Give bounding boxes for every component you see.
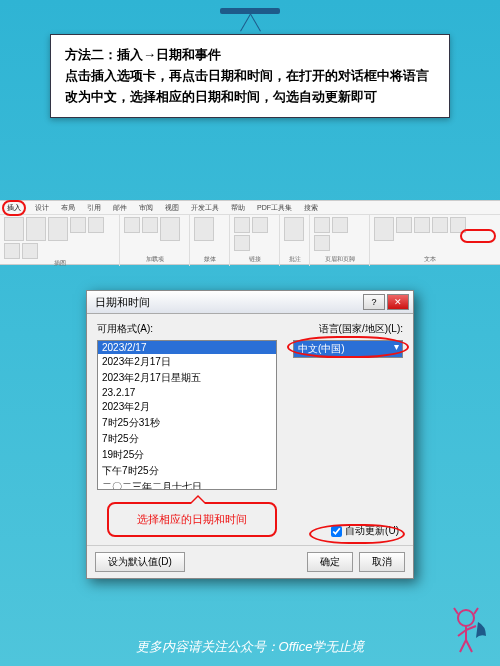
dialog-footer: 设为默认值(D) 确定 取消 [87, 545, 413, 578]
crossref-icon[interactable] [234, 235, 250, 251]
ribbon-group-headerfooter: 页眉和页脚 [310, 215, 370, 266]
list-item[interactable]: 2023年2月17日 [98, 354, 276, 370]
ribbon-group-addins: 加载项 [120, 215, 190, 266]
group-label: 页眉和页脚 [314, 255, 365, 264]
model3d-icon[interactable] [70, 217, 86, 233]
pagenum-icon[interactable] [314, 235, 330, 251]
girl-doodle-icon [444, 600, 494, 660]
language-dropdown[interactable]: 中文(中国) [293, 340, 403, 358]
dialog-help-button[interactable]: ? [363, 294, 385, 310]
wordart-icon[interactable] [414, 217, 430, 233]
datetime-dialog: 日期和时间 ? ✕ 可用格式(A): 语言(国家/地区)(L): 2023/2/… [86, 290, 414, 579]
group-label: 链接 [234, 255, 275, 264]
online-video-icon[interactable] [194, 217, 214, 241]
format-label: 可用格式(A): [97, 322, 153, 336]
tab-developer[interactable]: 开发工具 [188, 202, 222, 214]
ribbon-tabs: 插入 设计 布局 引用 邮件 审阅 视图 开发工具 帮助 PDF工具集 搜索 [0, 201, 500, 215]
page-footer-text: 更多内容请关注公众号：Office学无止境 [0, 638, 500, 656]
pictures-icon[interactable] [4, 217, 24, 241]
set-default-button[interactable]: 设为默认值(D) [95, 552, 185, 572]
word-ribbon: 插入 设计 布局 引用 邮件 审阅 视图 开发工具 帮助 PDF工具集 搜索 插… [0, 200, 500, 265]
tab-layout[interactable]: 布局 [58, 202, 78, 214]
list-item[interactable]: 7时25分31秒 [98, 415, 276, 431]
ribbon-group-media: 媒体 [190, 215, 230, 266]
wikipedia-icon[interactable] [160, 217, 180, 241]
header-icon[interactable] [314, 217, 330, 233]
cancel-button[interactable]: 取消 [359, 552, 405, 572]
tab-review[interactable]: 审阅 [136, 202, 156, 214]
bookmark-icon[interactable] [252, 217, 268, 233]
svg-point-0 [458, 610, 474, 626]
textbox-icon[interactable] [374, 217, 394, 241]
tab-mailings[interactable]: 邮件 [110, 202, 130, 214]
group-label: 文本 [374, 255, 486, 264]
language-label: 语言(国家/地区)(L): [319, 322, 403, 336]
hanging-note-assembly: 方法二：插入→日期和事件 点击插入选项卡，再点击日期和时间，在打开的对话框中将语… [50, 8, 450, 118]
note-line2: 点击插入选项卡，再点击日期和时间，在打开的对话框中将语言改为中文，选择相应的日期… [65, 66, 435, 108]
format-listbox[interactable]: 2023/2/17 2023年2月17日 2023年2月17日星期五 23.2.… [97, 340, 277, 490]
language-dropdown-wrap: 中文(中国) [293, 340, 403, 358]
smartart-icon[interactable] [88, 217, 104, 233]
callout-text: 选择相应的日期和时间 [137, 513, 247, 525]
group-label: 媒体 [194, 255, 225, 264]
tab-view[interactable]: 视图 [162, 202, 182, 214]
my-addins-icon[interactable] [142, 217, 158, 233]
link-icon[interactable] [234, 217, 250, 233]
datetime-highlight-circle [460, 229, 496, 243]
chart-icon[interactable] [4, 243, 20, 259]
group-label: 加载项 [124, 255, 185, 264]
ribbon-body: 插图 加载项 媒体 链接 批注 [0, 215, 500, 266]
shapes-icon[interactable] [48, 217, 68, 241]
tab-references[interactable]: 引用 [84, 202, 104, 214]
list-item[interactable]: 2023年2月17日星期五 [98, 370, 276, 386]
ribbon-group-illustrations: 插图 [0, 215, 120, 266]
ribbon-group-comments: 批注 [280, 215, 310, 266]
comment-icon[interactable] [284, 217, 304, 241]
ok-button[interactable]: 确定 [307, 552, 353, 572]
ribbon-group-links: 链接 [230, 215, 280, 266]
list-item[interactable]: 7时25分 [98, 431, 276, 447]
tab-pdf[interactable]: PDF工具集 [254, 202, 295, 214]
footer-icon[interactable] [332, 217, 348, 233]
list-item[interactable]: 23.2.17 [98, 386, 276, 399]
dialog-body: 可用格式(A): 语言(国家/地区)(L): 2023/2/17 2023年2月… [87, 314, 413, 545]
screenshot-icon[interactable] [22, 243, 38, 259]
dialog-title-text: 日期和时间 [95, 295, 150, 310]
callout-bubble: 选择相应的日期和时间 [107, 502, 277, 537]
quickparts-icon[interactable] [396, 217, 412, 233]
list-item[interactable]: 二〇二三年二月十七日 [98, 479, 276, 490]
list-item[interactable]: 下午7时25分 [98, 463, 276, 479]
list-item[interactable]: 19时25分 [98, 447, 276, 463]
dropcap-icon[interactable] [432, 217, 448, 233]
tab-help[interactable]: 帮助 [228, 202, 248, 214]
autoupdate-highlight-circle [309, 524, 405, 544]
instruction-note: 方法二：插入→日期和事件 点击插入选项卡，再点击日期和时间，在打开的对话框中将语… [50, 34, 450, 118]
group-label: 批注 [284, 255, 305, 264]
tab-search[interactable]: 搜索 [301, 202, 321, 214]
online-pictures-icon[interactable] [26, 217, 46, 241]
hanger-wires [50, 14, 450, 34]
list-item[interactable]: 2023/2/17 [98, 341, 276, 354]
dialog-close-button[interactable]: ✕ [387, 294, 409, 310]
tab-design[interactable]: 设计 [32, 202, 52, 214]
group-label: 插图 [4, 259, 115, 268]
get-addins-icon[interactable] [124, 217, 140, 233]
tab-insert[interactable]: 插入 [2, 200, 26, 216]
list-item[interactable]: 2023年2月 [98, 399, 276, 415]
note-line1: 方法二：插入→日期和事件 [65, 45, 435, 66]
dialog-titlebar: 日期和时间 ? ✕ [87, 291, 413, 314]
